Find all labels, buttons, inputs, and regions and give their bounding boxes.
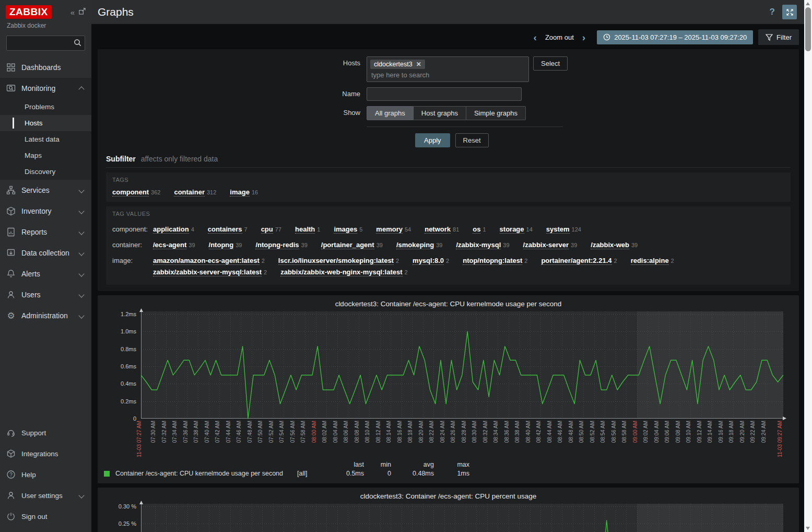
sidebar-item-administration[interactable]: ⚙ Administration — [0, 305, 91, 326]
subfilter-tag-link[interactable]: images — [334, 225, 357, 234]
subfilter-tag-count: 362 — [151, 189, 160, 195]
name-input[interactable] — [367, 87, 522, 101]
subfilter-tag-link[interactable]: container — [174, 188, 205, 196]
subfilter-tag-link[interactable]: cpu — [261, 225, 273, 234]
show-simple-graphs-button[interactable]: Simple graphs — [466, 106, 526, 120]
help-button[interactable]: ? — [770, 7, 775, 17]
sidebar-item-problems[interactable]: Problems — [0, 99, 91, 115]
sidebar-item-integrations[interactable]: Integrations — [0, 443, 91, 464]
time-range-button[interactable]: 2025-11-03 07:27:19 – 2025-11-03 09:27:2… — [597, 30, 753, 44]
subfilter-tag-link[interactable]: redis:alpine — [631, 257, 669, 265]
subfilter-tag-link[interactable]: /ecs-agent — [153, 241, 186, 249]
sidebar-item-reports[interactable]: Reports — [0, 222, 91, 242]
x-axis-label: 07:40 AM — [204, 421, 210, 443]
reset-button[interactable]: Reset — [455, 133, 489, 147]
subfilter-tag-link[interactable]: storage — [500, 225, 524, 234]
select-host-button[interactable]: Select — [533, 56, 568, 71]
subfilter-tag-link[interactable]: memory — [376, 225, 403, 234]
subfilter-item: zabbix/zabbix-web-nginx-mysql:latest2 — [280, 267, 407, 276]
show-all-graphs-button[interactable]: All graphs — [367, 106, 414, 120]
kiosk-mode-button[interactable] — [782, 5, 797, 19]
subfilter-tag-link[interactable]: lscr.io/linuxserver/smokeping:latest — [278, 257, 394, 265]
subfilter-tag-link[interactable]: system — [546, 225, 570, 234]
sidebar-item-alerts[interactable]: Alerts — [0, 263, 91, 284]
graph-canvas[interactable] — [141, 504, 783, 532]
subfilter-tag-link[interactable]: mysql:8.0 — [413, 257, 444, 265]
x-axis-label: 07:34 AM — [172, 421, 178, 443]
subfilter-tag-link[interactable]: ntop/ntopng:latest — [463, 257, 522, 265]
subfilter-item: /zabbix-mysql39 — [456, 240, 509, 249]
scroll-down-icon[interactable] — [806, 527, 810, 530]
alerts-icon — [6, 269, 16, 279]
subfilter-item: lscr.io/linuxserver/smokeping:latest2 — [278, 256, 399, 265]
sidebar-item-dashboards[interactable]: Dashboards — [0, 57, 91, 78]
scrollbar[interactable] — [804, 0, 812, 532]
subfilter-tag-link[interactable]: /zabbix-mysql — [456, 241, 501, 249]
sidebar-item-inventory[interactable]: Inventory — [0, 201, 91, 222]
subfilter-tag-link[interactable]: image — [230, 188, 250, 196]
subfilter-tag-link[interactable]: /portainer_agent — [321, 241, 374, 249]
subfilter-tag-link[interactable]: /ntopng-redis — [255, 241, 299, 249]
subfilter-tag-link[interactable]: /ntopng — [209, 241, 234, 249]
x-axis-label: 08:56 AM — [611, 421, 617, 443]
subfilter-tag-link[interactable]: portainer/agent:2.21.4 — [541, 257, 611, 265]
sidebar-item-users[interactable]: Users — [0, 284, 91, 305]
subfilter-tag-link[interactable]: zabbix/zabbix-web-nginx-mysql:latest — [280, 268, 402, 276]
subfilter-item: images5 — [334, 224, 362, 234]
sidebar-item-hosts[interactable]: Hosts — [0, 115, 91, 131]
subfilter-tag-link[interactable]: component — [112, 188, 149, 196]
time-forward-button[interactable]: › — [578, 32, 590, 42]
x-axis-label: 07:56 AM — [290, 421, 296, 443]
subfilter-tag-link[interactable]: /zabbix-server — [523, 241, 569, 249]
collapse-sidebar-icon[interactable]: « — [70, 8, 75, 17]
sidebar-item-data-collection[interactable]: Data collection — [0, 242, 91, 263]
scrollbar-thumb[interactable] — [805, 7, 811, 51]
search-icon[interactable] — [73, 38, 82, 49]
sidebar-item-services[interactable]: Services — [0, 180, 91, 201]
x-axis-label: 09:02 AM — [643, 421, 649, 443]
subfilter-tag-link[interactable]: health — [295, 225, 315, 234]
zoom-out-button[interactable]: Zoom out — [545, 33, 574, 41]
zabbix-logo[interactable]: ZABBIX — [6, 5, 52, 19]
subfilter-tag-link[interactable]: /zabbix-web — [591, 241, 629, 249]
monitoring-icon — [6, 84, 16, 93]
sidebar-search[interactable] — [6, 36, 85, 51]
sidebar-item-sign-out[interactable]: Sign out — [0, 506, 91, 527]
hosts-multiselect[interactable]: cldockertest3 ✕ type here to search — [367, 56, 529, 82]
x-axis-label: 07:36 AM — [183, 421, 189, 443]
subfilter-tag-link[interactable]: amazon/amazon-ecs-agent:latest — [153, 257, 260, 265]
scroll-up-icon[interactable] — [806, 2, 810, 5]
time-back-button[interactable]: ‹ — [529, 32, 541, 42]
sidebar-item-latest-data[interactable]: Latest data — [0, 131, 91, 147]
subfilter-tag-link[interactable]: os — [473, 225, 480, 234]
show-host-graphs-button[interactable]: Host graphs — [414, 106, 466, 120]
subfilter-tag-link[interactable]: containers — [208, 225, 242, 234]
apply-button[interactable]: Apply — [415, 133, 450, 147]
sidebar-item-label: Monitoring — [21, 84, 55, 92]
sidebar-item-user-settings[interactable]: User settings — [0, 485, 91, 506]
sidebar-item-maps[interactable]: Maps — [0, 147, 91, 164]
administration-icon: ⚙ — [6, 311, 16, 320]
legend-header — [297, 460, 323, 469]
form-divider — [367, 126, 563, 127]
sidebar-item-support[interactable]: Support — [0, 422, 91, 443]
subfilter-tag-link[interactable]: network — [425, 225, 451, 234]
page-title: Graphs — [98, 6, 134, 18]
subfilter-tag-link[interactable]: application — [153, 225, 189, 234]
hide-sidebar-icon[interactable] — [78, 7, 86, 17]
sidebar-item-help[interactable]: ? Help — [0, 464, 91, 485]
subfilter-tag-link[interactable]: zabbix/zabbix-server-mysql:latest — [153, 268, 262, 276]
filter-tab[interactable]: Filter — [758, 29, 799, 45]
logo-row: ZABBIX « — [0, 0, 91, 19]
x-axis-label: 09:08 AM — [675, 421, 681, 443]
sidebar-item-monitoring[interactable]: Monitoring — [0, 78, 91, 99]
subfilter-tag-count: 7 — [244, 226, 248, 233]
graph-canvas[interactable] — [141, 311, 783, 419]
search-input[interactable] — [7, 36, 78, 49]
subfilter-tag-link[interactable]: /smokeping — [396, 241, 434, 249]
users-icon — [6, 290, 16, 299]
subfilter-item: /zabbix-server39 — [523, 240, 578, 249]
remove-host-icon[interactable]: ✕ — [416, 61, 421, 68]
sidebar-item-discovery[interactable]: Discovery — [0, 164, 91, 180]
subfilter-tag-count: 39 — [571, 242, 577, 248]
